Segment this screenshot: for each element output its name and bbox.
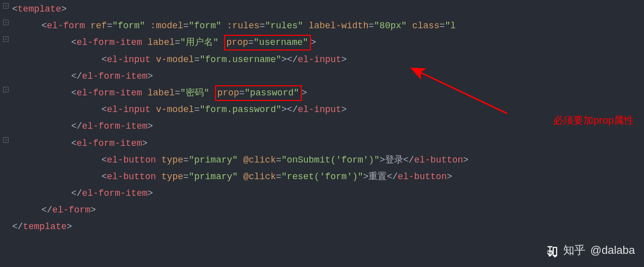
code-token (222, 21, 227, 31)
code-token: "rules" (265, 21, 303, 31)
code-token (142, 88, 147, 98)
code-token: label (147, 37, 175, 47)
code-token: > (463, 155, 469, 165)
watermark-site: 知乎 (563, 240, 585, 261)
code-token: = (183, 172, 189, 182)
code-line[interactable]: <el-input v-model="form.username"></el-i… (12, 51, 468, 68)
code-token: "用户名" (180, 37, 219, 47)
code-token: class (412, 21, 440, 31)
code-token (238, 155, 243, 165)
code-token: </ (12, 222, 23, 232)
code-token: label-width (308, 21, 368, 31)
code-token: :rules (227, 21, 259, 31)
code-token (145, 21, 150, 31)
code-token: < (101, 55, 107, 65)
code-line[interactable]: <el-button type="primary" @click="onSubm… (12, 152, 468, 169)
code-line[interactable]: <el-form-item> (12, 135, 468, 152)
code-line[interactable]: <el-button type="primary" @click="reset(… (12, 169, 468, 185)
code-token: = (239, 88, 245, 98)
code-token: < (71, 37, 77, 47)
code-token: > (380, 155, 385, 165)
code-token: > (61, 4, 67, 14)
code-token: v-model (156, 55, 194, 65)
code-token: = (175, 88, 180, 98)
code-token: "form.password" (199, 104, 281, 115)
code-token: > (341, 55, 347, 65)
code-line[interactable]: </el-form-item> (12, 185, 468, 202)
code-line[interactable]: <el-form ref="form" :model="form" :rules… (12, 18, 468, 34)
code-token: el-form (47, 21, 85, 31)
code-token: > (341, 104, 347, 115)
code-token: = (368, 21, 374, 31)
code-token: </ (403, 155, 414, 165)
code-line[interactable]: </el-form-item> (12, 68, 468, 85)
watermark: 知乎 @dalaba (545, 240, 635, 261)
code-token: el-form-item (77, 138, 142, 148)
code-token: type (162, 155, 183, 165)
code-token: el-form-item (82, 71, 148, 81)
code-token: "form" (189, 21, 222, 31)
code-token: "reset('form')" (282, 172, 363, 182)
code-token: v-model (156, 104, 194, 115)
code-token: </ (287, 104, 298, 115)
fold-toggle-icon[interactable] (3, 137, 9, 143)
code-line[interactable]: </el-form> (12, 202, 468, 219)
code-token: > (90, 205, 96, 215)
fold-toggle-icon[interactable] (3, 3, 9, 9)
code-token: = (194, 55, 200, 65)
code-token: el-form-item (77, 88, 142, 98)
code-line[interactable]: <el-form-item label="用户名" prop="username… (12, 34, 468, 51)
code-token: 登录 (385, 155, 403, 165)
code-line[interactable]: <el-form-item label="密码" prop="password"… (12, 85, 468, 101)
code-token (219, 37, 224, 47)
code-token: "username" (254, 37, 308, 47)
code-token: </ (41, 205, 52, 215)
fold-toggle-icon[interactable] (3, 87, 9, 92)
code-token: < (41, 21, 47, 31)
code-line[interactable]: </el-form-item> (12, 118, 468, 135)
code-token: template (23, 222, 67, 232)
code-token (150, 104, 156, 115)
highlight-box: prop="password" (215, 85, 302, 101)
code-token: > (282, 104, 287, 115)
watermark-user: @dalaba (591, 240, 635, 261)
code-token: < (101, 172, 107, 182)
code-token: </ (287, 55, 298, 65)
code-token: el-input (298, 55, 341, 65)
code-token: "form" (112, 21, 145, 31)
code-token: prop (227, 37, 248, 47)
code-token: < (71, 88, 77, 98)
code-token: @click (243, 172, 276, 182)
code-line[interactable]: <template> (12, 1, 468, 18)
code-token: @click (243, 155, 276, 165)
code-token: = (440, 21, 445, 31)
code-token: "primary" (189, 172, 238, 182)
code-token (150, 55, 156, 65)
code-token: type (162, 172, 183, 182)
code-token: el-input (107, 104, 150, 115)
code-token: </ (71, 121, 82, 131)
code-token: = (183, 21, 189, 31)
code-token: > (447, 172, 452, 182)
code-token: "l (445, 21, 456, 31)
code-line[interactable]: </template> (12, 219, 468, 235)
fold-toggle-icon[interactable] (3, 20, 9, 25)
code-token: "80px" (374, 21, 407, 31)
annotation-text: 必须要加prop属性 (553, 111, 634, 130)
code-token (142, 37, 147, 47)
code-token (407, 21, 412, 31)
code-token: = (175, 37, 180, 47)
code-token: el-form-item (82, 121, 148, 131)
code-token: </ (71, 71, 82, 81)
highlight-box: prop="username" (224, 35, 311, 50)
code-token: > (147, 121, 153, 131)
fold-toggle-icon[interactable] (3, 36, 9, 42)
code-token: = (248, 37, 254, 47)
code-token: el-form-item (82, 188, 148, 198)
code-token: "password" (245, 88, 299, 98)
code-token: "onSubmit('form')" (282, 155, 380, 165)
code-token: > (363, 172, 369, 182)
code-line[interactable]: <el-input v-model="form.password"></el-i… (12, 101, 468, 118)
code-token: < (12, 4, 18, 14)
code-editor[interactable]: <template><el-form ref="form" :model="fo… (12, 1, 468, 236)
